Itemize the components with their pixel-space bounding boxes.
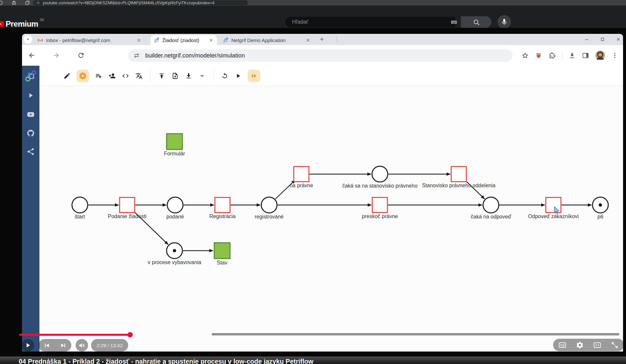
close-icon xyxy=(136,38,141,43)
settings-gear-icon xyxy=(576,341,584,349)
upload-button[interactable] xyxy=(158,72,166,80)
new-tab-button[interactable] xyxy=(319,36,325,42)
app-sidebar xyxy=(22,66,39,352)
play-button[interactable] xyxy=(22,339,34,352)
mic-button[interactable] xyxy=(498,15,511,29)
video-progress-bar[interactable] xyxy=(19,334,620,336)
video-title-bar: 04 Prednáška 1 - Príklad 2 - žiadosť - n… xyxy=(0,356,626,364)
subtitles-icon xyxy=(558,341,567,349)
chevron-down-button[interactable] xyxy=(198,72,206,80)
side-panel-button[interactable] xyxy=(582,52,589,59)
player-right-controls xyxy=(553,339,624,351)
youtube-premium-logo[interactable]: Premium SK xyxy=(0,20,44,28)
download-icon xyxy=(568,52,576,59)
bank-button[interactable] xyxy=(12,0,16,5)
github-icon xyxy=(27,129,35,137)
reset-button[interactable] xyxy=(221,72,229,80)
microphone-icon xyxy=(500,18,508,26)
shield-button[interactable] xyxy=(535,52,542,59)
subtitles-button[interactable] xyxy=(558,341,567,349)
video-player[interactable]: Inbox - petriflow@netgrif.comŽiadosť (zi… xyxy=(0,28,626,356)
download-tray-button[interactable] xyxy=(568,52,576,59)
pencil-button[interactable] xyxy=(63,72,71,80)
profile-button[interactable] xyxy=(0,0,3,5)
reset-icon xyxy=(221,72,228,80)
person-add-icon xyxy=(108,72,116,80)
site-settings-icon[interactable] xyxy=(133,52,140,59)
tab-0[interactable]: Inbox - petriflow@netgrif.com xyxy=(34,35,145,45)
fullscreen-icon xyxy=(611,341,619,349)
sidebar-item-netgrif-logo[interactable] xyxy=(22,70,39,82)
back-button[interactable] xyxy=(28,52,35,59)
fast-forward-button[interactable] xyxy=(248,70,260,82)
url-bar[interactable]: builder.netgrif.com/modeler/simulation xyxy=(128,49,513,62)
extensions-puzzle-icon xyxy=(548,52,556,59)
prev-next-controls xyxy=(38,339,71,352)
url-text: builder.netgrif.com/modeler/simulation xyxy=(145,52,245,59)
person-add-button[interactable] xyxy=(108,72,116,80)
copy-button[interactable] xyxy=(25,0,30,5)
window-controls xyxy=(584,34,621,44)
minimize-window-button[interactable] xyxy=(584,37,590,42)
previous-icon xyxy=(43,342,51,349)
download-button[interactable] xyxy=(185,72,193,80)
tab-close-button[interactable] xyxy=(136,38,141,43)
next-button[interactable] xyxy=(55,339,71,352)
file-import-button[interactable] xyxy=(171,72,179,80)
nav-buttons xyxy=(28,45,85,66)
miniplayer-button[interactable] xyxy=(593,341,601,349)
reload-button[interactable] xyxy=(77,52,85,59)
download-icon xyxy=(185,72,192,80)
close-window-icon xyxy=(616,37,621,42)
netgrif-icon xyxy=(154,37,159,43)
avatar-button[interactable] xyxy=(595,51,605,60)
outer-toolbar-icons xyxy=(0,0,30,6)
profile-icon xyxy=(0,0,3,5)
netgrif-icon xyxy=(223,37,228,43)
volume-button[interactable] xyxy=(76,339,88,352)
keyboard-icon[interactable] xyxy=(451,19,457,26)
translate-button[interactable] xyxy=(135,72,143,80)
playlist-add-button[interactable] xyxy=(95,72,103,80)
sidebar-item-play-tri[interactable] xyxy=(22,91,39,100)
tab-2[interactable]: Netgrif Demo Application xyxy=(220,35,314,45)
sidebar-item-github[interactable] xyxy=(22,129,39,137)
fullscreen-button[interactable] xyxy=(611,341,619,349)
youtube-icon xyxy=(27,110,35,119)
maximize-window-button[interactable] xyxy=(600,37,605,42)
avatar-icon xyxy=(595,51,605,60)
forward-button[interactable] xyxy=(53,52,60,59)
puzzle-button[interactable] xyxy=(548,52,556,59)
star-button[interactable] xyxy=(522,52,529,59)
play-icon xyxy=(235,72,242,80)
kebab-button[interactable] xyxy=(611,52,618,59)
play-circle-button[interactable] xyxy=(77,70,89,82)
chevron-down-icon xyxy=(25,37,31,42)
new-tab-plus[interactable] xyxy=(319,36,325,42)
settings-button[interactable] xyxy=(576,341,584,349)
tab-1[interactable]: Žiadosť (ziadost) xyxy=(151,35,217,45)
previous-button[interactable] xyxy=(38,339,55,352)
youtube-play-icon xyxy=(0,20,4,28)
youtube-masthead: Premium SK xyxy=(0,6,626,28)
tab-close-button[interactable] xyxy=(209,38,214,43)
sidebar-item-youtube[interactable] xyxy=(22,110,39,119)
search-input[interactable] xyxy=(285,16,455,28)
magnifier-icon xyxy=(473,18,480,26)
tab-label: Žiadosť (ziadost) xyxy=(162,37,206,43)
screenshot-root: youtube.com/watch?v=fiBDjONKSZMf&list=PL… xyxy=(0,0,626,364)
sidebar-item-share[interactable] xyxy=(22,148,39,156)
progress-knob[interactable] xyxy=(128,332,133,337)
outer-url-bar[interactable]: youtube.com/watch?v=fiBDjONKSZMf&list=PL… xyxy=(33,0,248,5)
close-window-button[interactable] xyxy=(616,37,621,42)
upload-icon xyxy=(158,72,165,80)
brand-text: Premium xyxy=(6,20,38,28)
play-button[interactable] xyxy=(234,72,242,80)
playlist-add-icon xyxy=(95,72,102,80)
search-button[interactable] xyxy=(461,16,492,28)
outer-url: youtube.com/watch?v=fiBDjONKSZMf&list=PL… xyxy=(43,1,215,5)
tab-close-button[interactable] xyxy=(306,38,311,43)
reload-icon xyxy=(77,52,85,59)
tab-search-button[interactable] xyxy=(24,35,32,44)
code-button[interactable] xyxy=(122,72,129,80)
